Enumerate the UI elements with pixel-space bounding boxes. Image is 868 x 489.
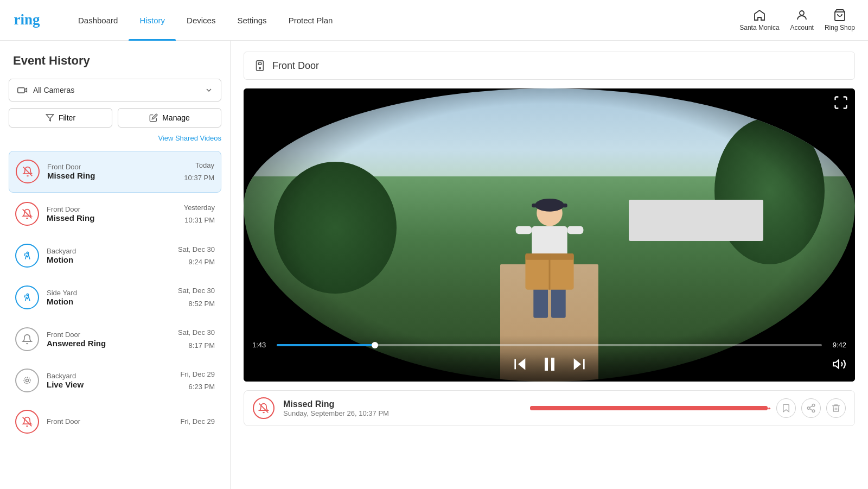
- progress-dot: [372, 342, 378, 348]
- home-icon: [753, 9, 766, 22]
- svg-point-8: [27, 294, 28, 295]
- video-player[interactable]: 1:43 9:42: [244, 88, 855, 382]
- event-icon-bell: [15, 327, 39, 351]
- nav-item-devices[interactable]: Devices: [176, 0, 226, 41]
- event-item[interactable]: Backyard Motion Sat, Dec 30 9:24 PM: [9, 236, 221, 276]
- skip-back-button[interactable]: [512, 355, 529, 373]
- progress-fill: [277, 344, 375, 346]
- svg-point-36: [812, 410, 815, 412]
- event-item[interactable]: Front Door Answered Ring Sat, Dec 30 8:1…: [9, 319, 221, 359]
- svg-rect-3: [18, 88, 25, 93]
- svg-point-13: [259, 67, 261, 69]
- svg-point-34: [812, 404, 815, 407]
- sidebar: Event History All Cameras Filter: [0, 41, 231, 489]
- svg-point-10: [24, 377, 30, 384]
- device-title: Front Door: [272, 60, 319, 72]
- share-button[interactable]: [801, 398, 821, 418]
- event-item[interactable]: Front Door Missed Ring Yesterday 10:31 P…: [9, 194, 221, 234]
- bookmark-button[interactable]: [776, 398, 796, 418]
- event-icon-bell-muted: [15, 410, 39, 434]
- cart-icon: [833, 9, 846, 22]
- filter-manage-row: Filter Manage: [9, 108, 221, 128]
- event-icon-motion: [15, 244, 39, 268]
- event-list: Front Door Missed Ring Today 10:37 PM: [9, 151, 221, 441]
- nav-item-history[interactable]: History: [129, 0, 176, 41]
- location-button[interactable]: Santa Monica: [739, 9, 779, 31]
- progress-track[interactable]: [277, 344, 822, 346]
- video-progress-bar[interactable]: 1:43 9:42: [252, 341, 846, 349]
- skip-forward-icon: [570, 355, 588, 373]
- svg-line-37: [809, 409, 812, 410]
- event-actions: [776, 398, 846, 418]
- pause-icon: [540, 354, 559, 374]
- event-icon-live: [15, 369, 39, 392]
- fullscreen-button[interactable]: [833, 95, 848, 112]
- manage-button[interactable]: Manage: [118, 108, 221, 128]
- event-icon-bell-muted: [15, 202, 39, 226]
- view-shared-link[interactable]: View Shared Videos: [9, 134, 221, 142]
- filter-button[interactable]: Filter: [9, 108, 112, 128]
- event-detail-bar: Missed Ring Sunday, September 26, 10:37 …: [244, 390, 855, 426]
- svg-point-35: [807, 407, 810, 410]
- nav-item-protect-plan[interactable]: Protect Plan: [278, 0, 344, 41]
- header-right: Santa Monica Account Ring Shop: [739, 9, 855, 31]
- skip-back-icon: [512, 355, 529, 373]
- ring-logo[interactable]: ring: [13, 8, 46, 32]
- filter-icon: [46, 113, 54, 122]
- svg-marker-4: [46, 115, 53, 121]
- svg-line-38: [809, 406, 812, 408]
- main-nav: Dashboard History Devices Settings Prote…: [67, 0, 343, 41]
- event-item[interactable]: Backyard Live View Fri, Dec 29 6:23 PM: [9, 360, 221, 401]
- svg-rect-17: [532, 204, 567, 207]
- svg-text:ring: ring: [14, 11, 41, 28]
- share-progress-bar: →: [530, 406, 768, 410]
- account-button[interactable]: Account: [790, 9, 814, 31]
- fullscreen-icon: [833, 95, 848, 110]
- svg-marker-30: [573, 358, 580, 370]
- main-layout: Event History All Cameras Filter: [0, 41, 868, 489]
- manage-icon: [149, 113, 158, 122]
- svg-marker-32: [833, 360, 839, 368]
- bell-muted-icon: [258, 403, 269, 414]
- event-detail-icon: [253, 397, 275, 419]
- nav-item-settings[interactable]: Settings: [226, 0, 277, 41]
- account-icon: [795, 9, 808, 22]
- svg-marker-26: [518, 358, 525, 370]
- pause-button[interactable]: [540, 354, 559, 374]
- event-icon-bell-muted: [16, 160, 40, 183]
- event-item[interactable]: Front Door Fri, Dec 29: [9, 402, 221, 441]
- event-item[interactable]: Front Door Missed Ring Today 10:37 PM: [9, 151, 221, 193]
- event-detail-date: Sunday, September 26, 10:37 PM: [283, 409, 521, 417]
- device-header: Front Door: [244, 52, 855, 80]
- sidebar-title: Event History: [9, 54, 221, 68]
- trash-icon: [831, 403, 841, 413]
- share-icon: [806, 403, 816, 413]
- main-content: Front Door: [231, 41, 868, 489]
- svg-point-1: [800, 11, 804, 15]
- svg-rect-14: [258, 63, 261, 65]
- svg-point-9: [26, 379, 29, 382]
- share-arrow: →: [761, 401, 773, 415]
- delete-button[interactable]: [826, 398, 846, 418]
- volume-icon: [832, 357, 846, 371]
- chevron-down-icon: [205, 86, 213, 94]
- camera-select[interactable]: All Cameras: [9, 79, 221, 101]
- event-icon-motion: [15, 285, 39, 309]
- camera-icon: [17, 85, 28, 96]
- video-controls: 1:43 9:42: [244, 335, 855, 382]
- svg-rect-28: [545, 358, 548, 371]
- header: ring Dashboard History Devices Settings …: [0, 0, 868, 41]
- svg-rect-24: [515, 226, 532, 234]
- nav-item-dashboard[interactable]: Dashboard: [67, 0, 129, 41]
- bookmark-icon: [781, 403, 791, 413]
- event-detail-title: Missed Ring: [283, 399, 521, 409]
- shop-button[interactable]: Ring Shop: [825, 9, 855, 31]
- doorbell-icon: [254, 60, 266, 72]
- skip-forward-button[interactable]: [570, 355, 588, 373]
- event-item[interactable]: Side Yard Motion Sat, Dec 30 8:52 PM: [9, 277, 221, 317]
- volume-button[interactable]: [832, 357, 846, 371]
- svg-point-7: [27, 252, 28, 253]
- video-controls-buttons: [252, 354, 846, 374]
- svg-rect-29: [551, 358, 554, 371]
- svg-rect-25: [567, 226, 583, 234]
